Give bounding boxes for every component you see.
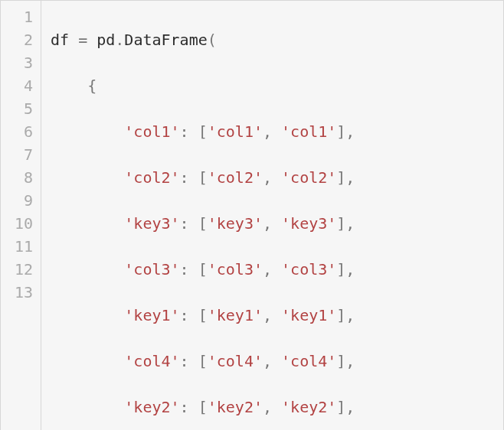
code-token: , (263, 398, 272, 416)
code-line: 'key1': ['key1', 'key1'], (51, 304, 494, 327)
line-number: 6 (7, 120, 33, 143)
code-token: 'col4' (281, 352, 336, 370)
code-token: 'key2' (124, 398, 179, 416)
code-token: 'col3' (208, 260, 263, 279)
code-token: : (180, 352, 189, 370)
code-token: , (263, 122, 272, 141)
code-line: 'key2': ['key2', 'key2'], (51, 396, 494, 419)
code-token: ] (336, 398, 345, 416)
code-token: 'col3' (281, 260, 336, 279)
line-number: 11 (7, 235, 33, 258)
code-token: , (345, 398, 355, 416)
code-token: , (263, 306, 272, 324)
code-token: ] (336, 168, 345, 187)
code-line: 'col2': ['col2', 'col2'], (51, 166, 494, 189)
code-token: ] (336, 122, 345, 141)
code-token: [ (198, 214, 208, 233)
code-token: 'key2' (281, 398, 336, 416)
code-token: 'col4' (208, 352, 263, 370)
code-token: ] (336, 306, 345, 324)
code-token: [ (198, 398, 208, 416)
code-token: 'col2' (281, 168, 336, 187)
code-token: ] (336, 260, 345, 279)
code-token: DataFrame (124, 31, 207, 49)
code-token: 'key3' (208, 214, 263, 233)
code-token: 'col2' (208, 168, 263, 187)
code-line: { (51, 74, 494, 97)
code-line: 'col1': ['col1', 'col1'], (51, 120, 494, 143)
code-token: , (263, 214, 272, 233)
code-token: { (87, 77, 97, 95)
code-token: [ (198, 306, 208, 324)
line-number: 7 (7, 143, 33, 166)
line-number: 4 (7, 74, 33, 97)
code-line: 'col4': ['col4', 'col4'], (51, 350, 494, 373)
code-token: , (345, 214, 355, 233)
code-token: 'col1' (124, 122, 179, 141)
code-token: 'key3' (281, 214, 336, 233)
code-token: 'col3' (124, 260, 179, 279)
line-number: 9 (7, 189, 33, 212)
code-token: : (180, 306, 189, 324)
code-token: 'key3' (124, 214, 179, 233)
code-token: 'col1' (281, 122, 336, 141)
code-token: , (263, 168, 272, 187)
code-token: : (180, 260, 189, 279)
code-token: , (345, 306, 355, 324)
line-number: 2 (7, 28, 33, 51)
code-token: ] (336, 214, 345, 233)
line-number: 13 (7, 281, 33, 304)
line-number: 3 (7, 51, 33, 74)
code-token: [ (198, 352, 208, 370)
code-token: ] (336, 352, 345, 370)
code-token: ( (208, 31, 217, 49)
code-token: , (345, 260, 355, 279)
code-line: 'key3': ['key3', 'key3'], (51, 212, 494, 235)
line-number: 8 (7, 166, 33, 189)
code-token: 'key1' (281, 306, 336, 324)
code-token: df (51, 31, 78, 49)
code-token: = (78, 31, 87, 49)
line-number-gutter: 1 2 3 4 5 6 7 8 9 10 11 12 13 (1, 1, 41, 430)
code-token: 'col1' (208, 122, 263, 141)
code-token: , (345, 122, 355, 141)
code-line: df = pd.DataFrame( (51, 28, 494, 51)
code-line: 'col3': ['col3', 'col3'], (51, 258, 494, 281)
code-token: , (263, 352, 272, 370)
code-token: : (180, 398, 189, 416)
code-token: [ (198, 260, 208, 279)
code-token: : (180, 214, 189, 233)
code-block: 1 2 3 4 5 6 7 8 9 10 11 12 13 df = pd.Da… (0, 0, 504, 430)
code-token: . (115, 31, 124, 49)
code-token: 'col4' (124, 352, 179, 370)
code-area: df = pd.DataFrame( { 'col1': ['col1', 'c… (41, 1, 503, 430)
line-number: 5 (7, 97, 33, 120)
code-token: 'col2' (124, 168, 179, 187)
code-token: , (263, 260, 272, 279)
code-token: [ (198, 168, 208, 187)
code-token: pd (87, 31, 115, 49)
code-token: [ (198, 122, 208, 141)
code-token: , (345, 352, 355, 370)
line-number: 12 (7, 258, 33, 281)
code-token: : (180, 168, 189, 187)
line-number: 1 (7, 5, 33, 28)
code-token: , (345, 168, 355, 187)
line-number: 10 (7, 212, 33, 235)
code-token: 'key1' (124, 306, 179, 324)
code-token: 'key1' (208, 306, 263, 324)
code-token: 'key2' (208, 398, 263, 416)
code-token: : (180, 122, 189, 141)
